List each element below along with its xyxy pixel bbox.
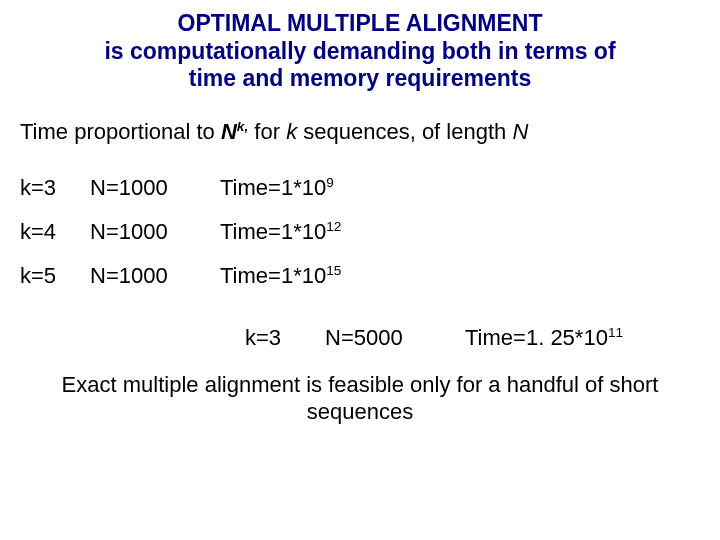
cell-k: k=4 <box>20 219 90 245</box>
conclusion: Exact multiple alignment is feasible onl… <box>0 351 720 426</box>
complexity-statement: Time proportional to Nk, for k sequences… <box>0 99 720 145</box>
cell-n: N=1000 <box>90 263 220 289</box>
cell-k: k=3 <box>20 175 90 201</box>
time-val: Time=1*10 <box>220 263 326 288</box>
time-exp: 15 <box>326 262 341 277</box>
title-line2: is computationally demanding both in ter… <box>40 38 680 66</box>
extra-example: k=3 N=5000 Time=1. 25*1011 <box>0 307 720 351</box>
subtitle-mid2: sequences, of length <box>303 119 512 144</box>
time-table: k=3 N=1000 Time=1*109 k=4 N=1000 Time=1*… <box>0 145 720 289</box>
time-val: Time=1*10 <box>220 175 326 200</box>
time-exp: 11 <box>608 324 623 339</box>
cell-n: N=1000 <box>90 219 220 245</box>
cell-time: Time=1. 25*1011 <box>465 325 623 351</box>
title-line3: time and memory requirements <box>40 65 680 93</box>
subtitle-mid: for <box>248 119 286 144</box>
table-row: k=5 N=1000 Time=1*1015 <box>20 263 720 289</box>
time-exp: 12 <box>326 218 341 233</box>
cell-time: Time=1*109 <box>220 175 334 201</box>
table-row: k=3 N=1000 Time=1*109 <box>20 175 720 201</box>
cell-time: Time=1*1012 <box>220 219 341 245</box>
var-k: k <box>286 119 303 144</box>
cell-k: k=3 <box>245 325 325 351</box>
subtitle-prefix: Time proportional to <box>20 119 221 144</box>
title: OPTIMAL MULTIPLE ALIGNMENT is computatio… <box>0 0 720 99</box>
var-N2: N <box>512 119 528 144</box>
cell-n: N=5000 <box>325 325 465 351</box>
time-exp: 9 <box>326 174 334 189</box>
time-val: Time=1*10 <box>220 219 326 244</box>
cell-k: k=5 <box>20 263 90 289</box>
title-line1: OPTIMAL MULTIPLE ALIGNMENT <box>40 10 680 38</box>
exp-k: k, <box>237 118 248 133</box>
time-val: Time=1. 25*10 <box>465 325 608 350</box>
var-N: N <box>221 119 237 144</box>
cell-time: Time=1*1015 <box>220 263 341 289</box>
cell-n: N=1000 <box>90 175 220 201</box>
table-row: k=4 N=1000 Time=1*1012 <box>20 219 720 245</box>
